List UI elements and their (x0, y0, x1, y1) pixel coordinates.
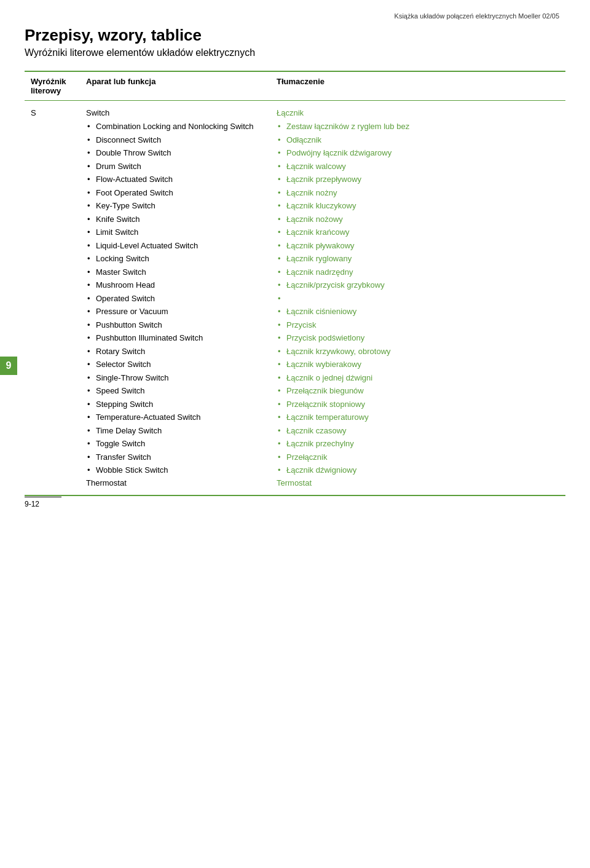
table-row: S Switch Combination Locking and Nonlock… (25, 101, 565, 495)
list-item: Knife Switch (86, 213, 264, 226)
list-item: Łącznik nadrzędny (277, 266, 559, 279)
list-item: Łącznik walcowy (277, 160, 559, 173)
list-item: Łącznik/przycisk grzybkowy (277, 278, 559, 292)
list-item: Przełącznik stopniowy (277, 398, 559, 411)
trans-main: Łącznik (277, 108, 559, 117)
term-cell: Switch Combination Locking and Nonlockin… (80, 101, 270, 495)
col-header-function: Aparat lub funkcja (80, 71, 270, 101)
list-item: Przełącznik (277, 451, 559, 464)
list-item: Operated Switch (86, 292, 264, 306)
list-item: Łącznik kluczykowy (277, 199, 559, 213)
translation-cell: Łącznik Zestaw łączników z ryglem lub be… (270, 101, 565, 495)
list-item: Pushbutton Switch (86, 318, 264, 332)
sidebar-number: 9 (0, 357, 17, 375)
list-item: Łącznik dźwigniowy (277, 464, 559, 477)
col-header-symbol: Wyróżnikliterowy (25, 71, 80, 101)
list-item: Łącznik nożowy (277, 213, 559, 226)
list-item: Łącznik krańcowy (277, 226, 559, 239)
list-item: Łącznik ciśnieniowy (277, 305, 559, 318)
list-item: Time Delay Switch (86, 424, 264, 438)
thermostat-translation: Termostat (277, 477, 559, 487)
list-item: Łącznik przepływowy (277, 173, 559, 186)
list-item: Odłącznik (277, 133, 559, 147)
list-item: Single-Throw Switch (86, 371, 264, 385)
page-number: 9-12 (25, 500, 39, 508)
list-item: Liquid-Level Actuated Switch (86, 239, 264, 253)
list-item: Transfer Switch (86, 451, 264, 464)
term-main: Switch (86, 108, 264, 117)
list-item: Disconnect Switch (86, 133, 264, 147)
term-list: Combination Locking and Nonlocking Switc… (86, 120, 264, 477)
list-item: Łącznik przechylny (277, 437, 559, 451)
list-item: Key-Type Switch (86, 199, 264, 213)
list-item: Łącznik nożny (277, 186, 559, 200)
list-item: Przełącznik biegunów (277, 384, 559, 398)
list-item: Drum Switch (86, 160, 264, 173)
list-item: Przycisk podświetlony (277, 331, 559, 345)
list-item: Mushroom Head (86, 278, 264, 292)
list-item: Double Throw Switch (86, 146, 264, 160)
list-item: Combination Locking and Nonlocking Switc… (86, 120, 264, 133)
list-item: Toggle Switch (86, 437, 264, 451)
thermostat-term: Thermostat (86, 477, 264, 487)
list-item (277, 292, 559, 306)
list-item: Locking Switch (86, 252, 264, 266)
list-item: Master Switch (86, 266, 264, 279)
list-item: Łącznik wybierakowy (277, 358, 559, 371)
list-item: Zestaw łączników z ryglem lub bez (277, 120, 559, 133)
list-item: Speed Switch (86, 384, 264, 398)
list-item: Stepping Switch (86, 398, 264, 411)
list-item: Łącznik krzywkowy, obrotowy (277, 345, 559, 358)
footer-divider (25, 497, 61, 497)
list-item: Pushbutton Illuminated Switch (86, 331, 264, 345)
list-item: Wobble Stick Switch (86, 464, 264, 477)
list-item: Foot Operated Switch (86, 186, 264, 200)
list-item: Łącznik ryglowany (277, 252, 559, 266)
list-item: Selector Switch (86, 358, 264, 371)
list-item: Przycisk (277, 318, 559, 332)
list-item: Łącznik czasowy (277, 424, 559, 438)
list-item: Pressure or Vacuum (86, 305, 264, 318)
col-header-translation: Tłumaczenie (270, 71, 565, 101)
symbol-cell: S (25, 101, 80, 495)
list-item: Łącznik pływakowy (277, 239, 559, 253)
list-item: Limit Switch (86, 226, 264, 239)
main-table: Wyróżnikliterowy Aparat lub funkcja Tłum… (25, 71, 565, 496)
list-item: Łącznik temperaturowy (277, 411, 559, 424)
page-subtitle: Wyróżniki literowe elementów układów ele… (25, 47, 565, 58)
list-item: Rotary Switch (86, 345, 264, 358)
list-item: Łącznik o jednej dźwigni (277, 371, 559, 385)
page-footer: 9-12 (25, 497, 61, 508)
book-title: Książka układów połączeń elektrycznych M… (25, 12, 565, 20)
list-item: Podwójny łącznik dźwigarowy (277, 146, 559, 160)
page-title: Przepisy, wzory, tablice (25, 26, 565, 45)
list-item: Temperature-Actuated Switch (86, 411, 264, 424)
trans-list: Zestaw łączników z ryglem lub bez Odłącz… (277, 120, 559, 477)
list-item: Flow-Actuated Switch (86, 173, 264, 186)
